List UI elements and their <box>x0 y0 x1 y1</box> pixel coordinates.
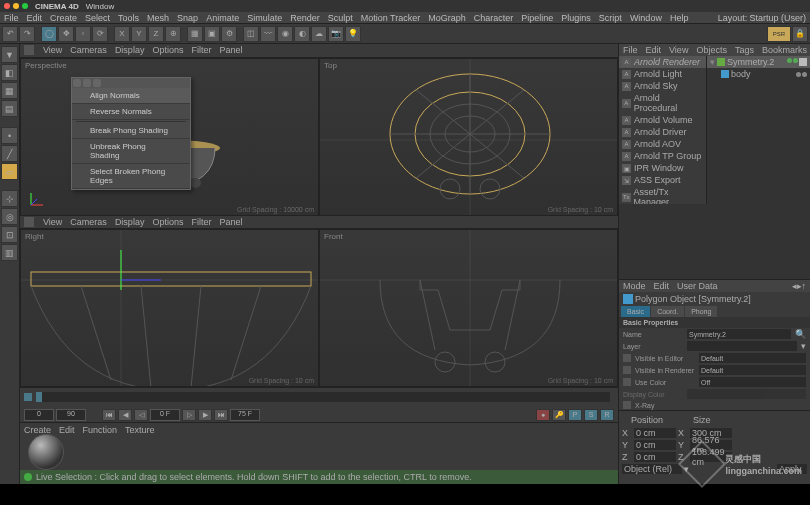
lock-icon[interactable]: 🔒 <box>792 26 808 42</box>
texture-mode-button[interactable]: ▦ <box>1 82 18 99</box>
menu-animate[interactable]: Animate <box>206 13 239 23</box>
pos-y[interactable]: 0 cm <box>634 440 676 450</box>
arn-ipr[interactable]: ▣IPR Window <box>619 162 706 174</box>
vm-view[interactable]: View <box>43 45 62 55</box>
cm-align-normals[interactable]: Align Normals <box>72 88 190 104</box>
arn-ass[interactable]: ⇲ASS Export <box>619 174 706 186</box>
move-tool-button[interactable]: ✥ <box>58 26 74 42</box>
render-pic-button[interactable]: ▣ <box>204 26 220 42</box>
menu-help[interactable]: Help <box>670 13 689 23</box>
axis-mode-button[interactable]: ⊹ <box>1 190 18 207</box>
object-hierarchy[interactable]: ▾Symmetry.2 body <box>707 56 810 204</box>
chk-usec[interactable] <box>623 378 631 386</box>
attr-name-input[interactable]: Symmetry.2 <box>687 329 791 339</box>
snap-button[interactable]: ⊡ <box>1 226 18 243</box>
tl-key-scale[interactable]: S <box>584 409 598 421</box>
viewport-perspective[interactable]: Perspective Align Normals Reverse Normal… <box>20 58 319 216</box>
environment-button[interactable]: ☁ <box>311 26 327 42</box>
chk-vise[interactable] <box>623 354 631 362</box>
timeline[interactable] <box>20 387 618 407</box>
menu-edit[interactable]: Edit <box>27 13 43 23</box>
tl-key-pos[interactable]: P <box>568 409 582 421</box>
cm-break-phong[interactable]: Break Phong Shading <box>72 123 190 139</box>
menu-motiontracker[interactable]: Motion Tracker <box>361 13 421 23</box>
chk-xray[interactable] <box>623 401 631 409</box>
viewport-top[interactable]: Top Grid Spacing : 10 cm <box>319 58 618 216</box>
tl-play-fwd[interactable]: ▷ <box>182 409 196 421</box>
arn-tp[interactable]: AArnold TP Group <box>619 150 706 162</box>
deformer-button[interactable]: ◐ <box>294 26 310 42</box>
timeline-slider[interactable] <box>36 392 610 402</box>
menu-plugins[interactable]: Plugins <box>561 13 591 23</box>
maximize-window-icon[interactable] <box>22 3 28 9</box>
search-icon[interactable]: 🔍 <box>795 329 806 339</box>
close-window-icon[interactable] <box>4 3 10 9</box>
live-select-button[interactable]: ◯ <box>41 26 57 42</box>
vm-filter[interactable]: Filter <box>191 45 211 55</box>
cm-unbreak-phong[interactable]: Unbreak Phong Shading <box>72 139 190 164</box>
viewport-solo-button[interactable]: ◎ <box>1 208 18 225</box>
hier-symmetry[interactable]: ▾Symmetry.2 <box>707 56 810 68</box>
tl-fps-input[interactable]: 75 F <box>230 409 260 421</box>
x-axis-button[interactable]: X <box>114 26 130 42</box>
tl-record-button[interactable]: ● <box>536 409 550 421</box>
tl-step-back[interactable]: ◀ <box>118 409 132 421</box>
attr-nav-icons[interactable]: ◂▸↑ <box>792 281 807 291</box>
cm-reverse-normals[interactable]: Reverse Normals <box>72 104 190 120</box>
pos-x[interactable]: 0 cm <box>634 428 676 438</box>
mat-texture[interactable]: Texture <box>125 425 155 435</box>
attr-layer-input[interactable] <box>687 341 797 351</box>
tl-autokey-button[interactable]: 🔑 <box>552 409 566 421</box>
menu-file[interactable]: File <box>4 13 19 23</box>
viewport-front[interactable]: Front Grid Spacing : 10 cm <box>319 229 618 387</box>
camera-button[interactable]: 📷 <box>328 26 344 42</box>
view-nav-icon2[interactable] <box>24 217 34 227</box>
menu-sculpt[interactable]: Sculpt <box>328 13 353 23</box>
viewport-right[interactable]: Right Grid Spacing : 10 cm <box>20 229 319 387</box>
view-nav-icon[interactable] <box>24 45 34 55</box>
edge-mode-button[interactable]: ╱ <box>1 145 18 162</box>
menu-snap[interactable]: Snap <box>177 13 198 23</box>
menu-mesh[interactable]: Mesh <box>147 13 169 23</box>
model-mode-button[interactable]: ◧ <box>1 64 18 81</box>
y-axis-button[interactable]: Y <box>131 26 147 42</box>
arn-volume[interactable]: AArnold Volume <box>619 114 706 126</box>
mat-function[interactable]: Function <box>83 425 118 435</box>
render-view-button[interactable]: ▦ <box>187 26 203 42</box>
make-editable-button[interactable]: ▼ <box>1 46 18 63</box>
tl-goto-start[interactable]: ⏮ <box>102 409 116 421</box>
tab-coord[interactable]: Coord. <box>651 306 684 317</box>
menu-render[interactable]: Render <box>290 13 320 23</box>
coord-mode-select[interactable]: Object (Rel) <box>622 464 682 474</box>
tl-current-input[interactable]: 0 F <box>150 409 180 421</box>
menu-pipeline[interactable]: Pipeline <box>521 13 553 23</box>
arn-sky[interactable]: AArnold Sky <box>619 80 706 92</box>
mat-edit[interactable]: Edit <box>59 425 75 435</box>
vm-display[interactable]: Display <box>115 45 145 55</box>
cube-primitive-button[interactable]: ◫ <box>243 26 259 42</box>
tl-start-input[interactable]: 0 <box>24 409 54 421</box>
tl-end-input[interactable]: 90 <box>56 409 86 421</box>
menu-simulate[interactable]: Simulate <box>247 13 282 23</box>
menu-script[interactable]: Script <box>599 13 622 23</box>
psr-button[interactable]: PSR <box>767 26 791 42</box>
tl-goto-end[interactable]: ⏭ <box>214 409 228 421</box>
material-preview-sphere[interactable] <box>28 434 64 470</box>
menu-mograph[interactable]: MoGraph <box>428 13 466 23</box>
generator-button[interactable]: ◉ <box>277 26 293 42</box>
vm-panel[interactable]: Panel <box>219 45 242 55</box>
spline-button[interactable]: 〰 <box>260 26 276 42</box>
render-settings-button[interactable]: ⚙ <box>221 26 237 42</box>
menu-select[interactable]: Select <box>85 13 110 23</box>
undo-button[interactable]: ↶ <box>2 26 18 42</box>
tl-step-fwd[interactable]: ▶ <box>198 409 212 421</box>
attr-vise-select[interactable]: Default <box>699 353 806 363</box>
light-button[interactable]: 💡 <box>345 26 361 42</box>
z-axis-button[interactable]: Z <box>148 26 164 42</box>
scale-tool-button[interactable]: ▫ <box>75 26 91 42</box>
hier-body[interactable]: body <box>707 68 810 80</box>
vm-options[interactable]: Options <box>152 45 183 55</box>
tl-play-back[interactable]: ◁ <box>134 409 148 421</box>
menu-character[interactable]: Character <box>474 13 514 23</box>
arn-light[interactable]: AArnold Light <box>619 68 706 80</box>
